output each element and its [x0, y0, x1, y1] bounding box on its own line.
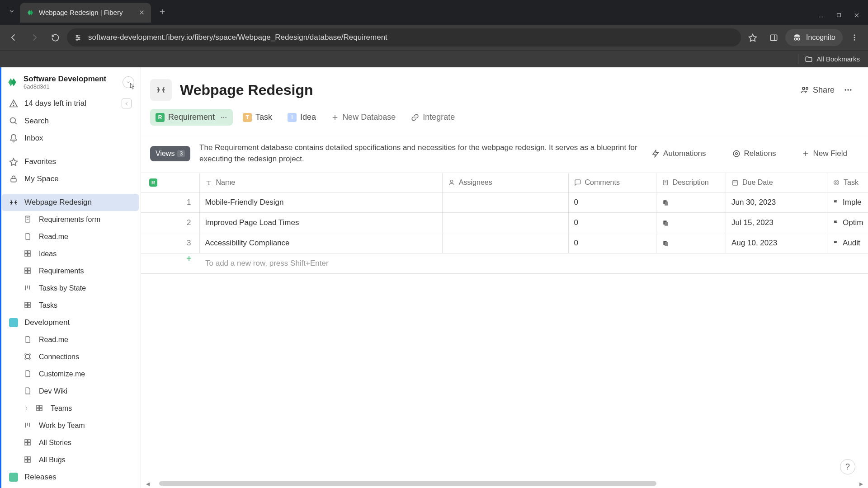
- col-task[interactable]: Task: [827, 173, 868, 192]
- col-rownum[interactable]: R: [141, 173, 200, 192]
- cell-task[interactable]: Optim: [827, 213, 868, 233]
- site-settings-icon[interactable]: [74, 34, 82, 42]
- all-bookmarks-button[interactable]: All Bookmarks: [805, 55, 860, 63]
- page-menu-icon[interactable]: [844, 85, 853, 94]
- sidebar-item-ideas[interactable]: Ideas: [2, 245, 139, 263]
- share-button[interactable]: Share: [800, 85, 835, 95]
- db-tab-idea[interactable]: I Idea: [282, 109, 321, 126]
- window-close-icon[interactable]: [854, 12, 860, 19]
- sidebar-item-tasks-by-state[interactable]: Tasks by State: [2, 280, 139, 297]
- space-header-icon[interactable]: [150, 79, 172, 101]
- integrate-button[interactable]: Integrate: [406, 109, 460, 126]
- new-database-button[interactable]: New Database: [326, 109, 401, 126]
- scroll-right-icon[interactable]: ▸: [857, 479, 865, 488]
- address-bar[interactable]: software-development.fibery.io/fibery/sp…: [67, 28, 741, 47]
- database-description[interactable]: The Requirement database contains detail…: [199, 142, 642, 164]
- scroll-left-icon[interactable]: ◂: [144, 479, 152, 488]
- cell-assignees[interactable]: [443, 192, 569, 212]
- tab-search-chevron[interactable]: [5, 5, 18, 18]
- new-tab-button[interactable]: [155, 4, 170, 19]
- views-button[interactable]: Views 3: [150, 146, 190, 161]
- cell-name[interactable]: Mobile-Friendly Design: [200, 192, 443, 212]
- sidebar-favorites[interactable]: Favorites: [2, 153, 139, 170]
- sidebar-item-teams[interactable]: Teams: [2, 400, 139, 417]
- grid-icon: [24, 267, 33, 276]
- sidebar-item-all-bugs[interactable]: All Bugs: [2, 451, 139, 469]
- sidebar-item-all-stories[interactable]: All Stories: [2, 434, 139, 451]
- incognito-indicator[interactable]: Incognito: [785, 29, 843, 46]
- cell-description[interactable]: [656, 192, 726, 212]
- table-row[interactable]: 1 Mobile-Friendly Design 0 Jun 30, 2023 …: [141, 192, 868, 213]
- sidebar-item-requirements-form[interactable]: Requirements form: [2, 211, 139, 228]
- window-maximize-icon[interactable]: [836, 12, 842, 19]
- scroll-thumb[interactable]: [159, 481, 656, 486]
- col-name[interactable]: Name: [200, 173, 443, 192]
- reload-button[interactable]: [46, 28, 64, 47]
- cell-description[interactable]: [656, 233, 726, 253]
- cell-description[interactable]: [656, 213, 726, 233]
- sidebar-space-development[interactable]: Development: [2, 314, 139, 331]
- side-panel-icon[interactable]: [764, 28, 783, 47]
- col-assignees[interactable]: Assignees: [443, 173, 569, 192]
- relations-button[interactable]: Relations: [732, 149, 776, 158]
- sidebar-collapse-button[interactable]: [122, 99, 132, 108]
- col-due-date[interactable]: Due Date: [726, 173, 827, 192]
- tab-menu-icon[interactable]: [220, 114, 227, 121]
- new-field-button[interactable]: New Field: [802, 149, 847, 158]
- sidebar-trial-notice[interactable]: 14 days left in trial: [2, 94, 139, 113]
- tab-close-icon[interactable]: [139, 9, 145, 15]
- db-tab-task[interactable]: T Task: [237, 109, 278, 126]
- page-title[interactable]: Webpage Redesign: [180, 82, 313, 99]
- expand-icon[interactable]: [24, 406, 29, 411]
- sidebar-item-dev-wiki[interactable]: Dev Wiki: [2, 383, 139, 400]
- add-row[interactable]: + To add a new row, press Shift+Enter: [141, 253, 868, 274]
- sidebar-inbox[interactable]: Inbox: [2, 130, 139, 147]
- sidebar-item-requirements[interactable]: Requirements: [2, 263, 139, 280]
- workspace-menu-chevron[interactable]: [123, 76, 134, 88]
- cell-task[interactable]: Imple: [827, 192, 868, 212]
- cell-comments[interactable]: 0: [569, 233, 656, 253]
- nav-label: Read.me: [39, 233, 68, 241]
- col-comments[interactable]: Comments: [569, 173, 656, 192]
- nav-label: Teams: [51, 404, 72, 413]
- cell-due-date[interactable]: Jul 15, 2023: [726, 213, 827, 233]
- sidebar-item-connections[interactable]: Connections: [2, 348, 139, 366]
- grid-icon: [24, 455, 33, 465]
- cell-comments[interactable]: 0: [569, 213, 656, 233]
- scroll-track[interactable]: [152, 480, 857, 487]
- sidebar-item-customize[interactable]: Customize.me: [2, 366, 139, 383]
- sidebar-item-tasks[interactable]: Tasks: [2, 297, 139, 314]
- workspace-switcher[interactable]: Software Development 6ad8d3d1: [0, 70, 141, 94]
- sidebar-item-dev-readme[interactable]: Read.me: [2, 331, 139, 348]
- browser-tab-active[interactable]: Webpage Redesign | Fibery: [20, 3, 151, 23]
- cell-due-date[interactable]: Aug 10, 2023: [726, 233, 827, 253]
- bookmark-star-icon[interactable]: [744, 28, 762, 47]
- automations-button[interactable]: Automations: [651, 149, 706, 158]
- forward-button[interactable]: [25, 28, 43, 47]
- cell-task[interactable]: Audit: [827, 233, 868, 253]
- table-row[interactable]: 3 Accessibility Compliance 0 Aug 10, 202…: [141, 233, 868, 253]
- db-tab-requirement[interactable]: R Requirement: [150, 109, 233, 126]
- sidebar-space-webpage-redesign[interactable]: Webpage Redesign: [2, 194, 139, 211]
- sidebar-item-work-by-team[interactable]: Work by Team: [2, 417, 139, 434]
- help-button[interactable]: ?: [840, 459, 855, 474]
- cell-name[interactable]: Improved Page Load Times: [200, 213, 443, 233]
- chrome-menu-icon[interactable]: [845, 28, 863, 47]
- sidebar-my-space[interactable]: My Space: [2, 170, 139, 188]
- cell-assignees[interactable]: [443, 233, 569, 253]
- sidebar-search[interactable]: Search: [2, 113, 139, 130]
- back-button[interactable]: [5, 28, 23, 47]
- svg-point-74: [850, 89, 851, 90]
- cell-due-date[interactable]: Jun 30, 2023: [726, 192, 827, 212]
- add-row-plus-icon[interactable]: +: [141, 253, 200, 273]
- cell-name[interactable]: Accessibility Compliance: [200, 233, 443, 253]
- horizontal-scrollbar[interactable]: ◂ ▸: [141, 479, 868, 488]
- window-minimize-icon[interactable]: [818, 12, 824, 19]
- sidebar-item-readme[interactable]: Read.me: [2, 228, 139, 245]
- svg-rect-46: [28, 305, 30, 308]
- cell-comments[interactable]: 0: [569, 192, 656, 212]
- cell-assignees[interactable]: [443, 213, 569, 233]
- table-row[interactable]: 2 Improved Page Load Times 0 Jul 15, 202…: [141, 213, 868, 233]
- sidebar-space-releases[interactable]: Releases: [2, 469, 139, 486]
- col-description[interactable]: Description: [656, 173, 726, 192]
